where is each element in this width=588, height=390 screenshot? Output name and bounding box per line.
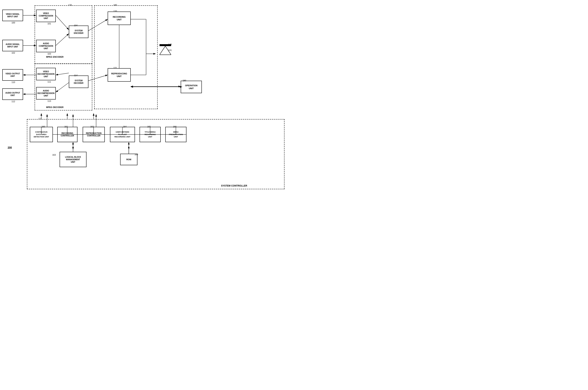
ref-113: 113 [48,100,51,102]
continuous-data-label: CONTINUOUS DATA AREA DETECTION UNIT [34,131,49,138]
video-compression-label: VIDEO COMPRESSION UNIT [39,12,53,20]
video-decompression-box: VIDEO DECOMPRESSION UNIT [36,68,56,80]
ref-112: 112 [11,100,15,102]
system-encoder-box: SYSTEM ENCODER [69,26,88,38]
video-compression-box: VIDEO COMPRESSION UNIT [36,10,56,22]
recording-unit-label: RECORDING UNIT [113,16,125,21]
ref-165: 165 [147,125,151,128]
ref-104: 104 [74,24,77,27]
ref-171: 171 [38,118,42,120]
system-decoder-label: SYSTEM DECODER [74,79,83,84]
ref-110: 110 [11,81,15,83]
system-encoder-label: SYSTEM ENCODER [74,29,83,34]
ref-111: 111 [48,81,51,83]
logical-block-label: LOGICAL BLOCK MANAGEMENT UNIT [65,156,81,163]
recording-controller-label: RECORDING CONTROLLER [61,132,74,137]
video-output-box: VIDEO OUTPUT UNIT [2,69,23,81]
ref-141: 141 [168,49,172,51]
ref-121: 121 [113,67,117,69]
title-menu-label: TITLE MENU RECORDING UNIT [145,131,156,138]
logical-block-box: LOGICAL BLOCK MANAGEMENT UNIT [59,152,87,167]
ref-190: 190 [183,79,186,82]
reproducing-unit-box: REPRODUCING UNIT [108,68,131,82]
audio-output-label: AUDIO OUTPUT UNIT [5,92,20,97]
ref-163: 163 [52,154,56,156]
title-menu-box: TITLE MENU RECORDING UNIT [140,127,161,142]
video-signal-input-label: VIDEO SIGNAL INPUT UNIT [6,13,20,18]
ref-200-label: 200 [8,146,12,149]
reproduction-controller-label: REPRODUCTION CONTROLLER [86,132,102,137]
video-signal-input-box: VIDEO SIGNAL INPUT UNIT [2,10,23,21]
mpeg-encoder-label: MPEG ENCODER [46,56,63,58]
audio-signal-input-label: AUDIO SIGNAL INPUT UNIT [6,43,20,48]
audio-decompression-label: AUDIO DECOMPRESSION UNIT [38,90,54,97]
ref-170: 170 [68,4,72,6]
ref-103: 103 [48,53,51,55]
menu-presentation-box: MENU PRESENTATION UNIT [165,127,186,142]
operation-unit-label: OPERATION UNIT [185,84,198,90]
user-defined-box: USER DEFINED PLAYLIST RECORDING UNIT [110,127,135,142]
ref-162: 162 [90,125,94,128]
ref-120: 120 [113,10,117,12]
recording-controller-box: RECORDING CONTROLLER [57,127,77,142]
ref-101: 101 [48,22,51,25]
mpeg-decoder-label: MPEG DECODER [46,106,63,108]
ref-180: 180 [113,4,117,6]
rom-label: ROM [126,158,131,161]
ref-164: 164 [123,125,126,128]
system-decoder-box: SYSTEM DECODER [69,76,88,88]
recording-unit-box: RECORDING UNIT [108,11,131,25]
continuous-data-box: CONTINUOUS DATA AREA DETECTION UNIT [30,127,53,142]
ref-140: 140 [168,43,172,46]
reproducing-unit-label: REPRODUCING UNIT [111,72,127,78]
ref-168: 168 [135,153,138,156]
audio-output-box: AUDIO OUTPUT UNIT [2,88,23,100]
audio-compression-box: AUDIO COMPRESSION UNIT [36,40,56,52]
system-controller-label: SYSTEM CONTROLLER [221,185,247,187]
menu-presentation-label: MENU PRESENTATION UNIT [169,131,183,138]
ref-102: 102 [11,52,15,54]
ref-100: 100 [11,22,15,24]
audio-compression-label: AUDIO COMPRESSION UNIT [39,42,53,50]
ref-114: 114 [74,74,77,76]
ref-166: 166 [173,125,176,128]
ref-160: 160 [42,125,45,128]
video-decompression-label: VIDEO DECOMPRESSION UNIT [38,70,54,78]
disc-symbol: 140 141 [158,44,173,61]
video-output-label: VIDEO OUTPUT UNIT [5,72,20,77]
operation-unit-box: OPERATION UNIT [181,81,202,93]
user-defined-label: USER DEFINED PLAYLIST RECORDING UNIT [114,131,131,138]
ref-161: 161 [64,125,68,128]
audio-signal-input-box: AUDIO SIGNAL INPUT UNIT [2,40,23,51]
audio-decompression-box: AUDIO DECOMPRESSION UNIT [36,87,56,99]
reproduction-controller-box: REPRODUCTION CONTROLLER [83,127,105,142]
